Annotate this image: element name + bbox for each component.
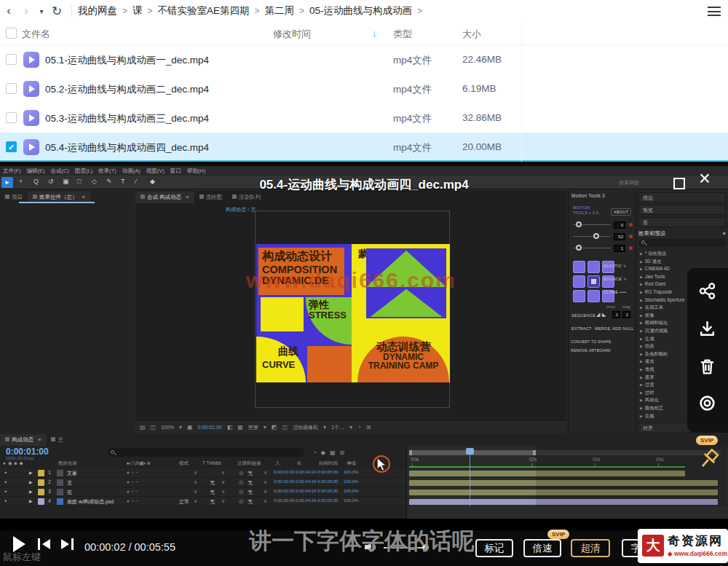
bounce-button[interactable]: BOUNCE ∿ xyxy=(604,277,627,281)
flowchart-icon[interactable]: ⊞ xyxy=(366,424,371,431)
remove-artboard-button[interactable]: REMOVE ARTBOARD xyxy=(571,348,611,353)
file-checkbox[interactable] xyxy=(6,83,17,94)
timeline-view-icons[interactable]: ◔◆▦⊞ xyxy=(313,449,349,456)
layer-expand-icon[interactable]: ▶ xyxy=(29,479,33,484)
timeline-column-header[interactable]: T TrkMat xyxy=(202,460,221,465)
mode-caret-icon[interactable]: ∨ xyxy=(194,489,197,495)
timeline-timecode[interactable]: 0:00:01:00 xyxy=(6,447,49,457)
expand-icon[interactable]: ▶ xyxy=(640,282,643,286)
timeline-jump-icon[interactable]: ◔ xyxy=(357,424,361,431)
layer-switches[interactable]: ♠ ∘ − xyxy=(127,470,138,476)
layer-visibility-icon[interactable]: ● xyxy=(4,498,7,503)
layer-in[interactable]: 0:00:00:00 xyxy=(274,489,294,493)
timeline-column-header[interactable]: 出 xyxy=(297,460,302,467)
mode-caret-icon[interactable]: ∨ xyxy=(194,498,197,504)
slider-knob[interactable] xyxy=(576,245,582,251)
breadcrumb-item[interactable]: 不错实验室AE第四期 xyxy=(158,4,250,17)
layer-expand-icon[interactable]: ▶ xyxy=(29,498,33,503)
panel-tab-2[interactable]: 预览 xyxy=(638,205,726,215)
expand-icon[interactable]: ▶ xyxy=(640,390,643,395)
apply-dot-button[interactable] xyxy=(629,235,633,238)
slider-knob[interactable] xyxy=(593,233,599,239)
mode-caret-icon[interactable]: ∨ xyxy=(194,479,197,485)
ae-menu-item[interactable]: 合成(C) xyxy=(51,168,69,175)
roi-icon[interactable]: ◩ xyxy=(272,424,277,431)
slider-value-input[interactable]: 1 xyxy=(614,245,625,252)
layer-duration[interactable]: 0:00:05:00 xyxy=(317,489,338,493)
expand-icon[interactable]: ▶ xyxy=(640,414,643,418)
timeline-column-header[interactable]: 伸缩 xyxy=(347,460,356,467)
timeline-tab[interactable]: 构成动态 ≡ xyxy=(0,434,46,446)
ae-menu-item[interactable]: 文件(F) xyxy=(3,168,21,175)
expand-icon[interactable]: ▶ xyxy=(640,259,643,264)
slider-knob[interactable] xyxy=(576,221,582,227)
maximize-button[interactable] xyxy=(673,178,685,189)
file-checkbox[interactable]: ✓ xyxy=(6,141,17,152)
transparency-grid-icon[interactable]: ◫ xyxy=(282,424,288,431)
layer-in[interactable]: 0:00:00:00 xyxy=(274,470,294,474)
mark-button[interactable]: 标记 xyxy=(475,539,513,557)
layer-parent[interactable]: 无 xyxy=(248,489,253,496)
file-checkbox[interactable] xyxy=(6,112,17,123)
marker-icon[interactable]: ◫ xyxy=(151,424,157,431)
panel-menu-icon[interactable]: ≡ xyxy=(184,194,189,200)
stair-icons[interactable]: ◢ ◣ xyxy=(596,312,606,318)
layer-row[interactable]: ●▶1文案♠ ∘ −∨∨◎无∨0:00:00:000:00:04:240:00:… xyxy=(0,468,406,478)
trkmat-caret-icon[interactable]: ∨ xyxy=(221,489,225,495)
layer-label-chip[interactable] xyxy=(38,479,44,486)
work-area-start-handle[interactable] xyxy=(409,450,412,455)
back-button[interactable]: ‹ xyxy=(0,4,17,18)
trkmat-caret-icon[interactable]: ∨ xyxy=(221,479,225,485)
snapshot-icon[interactable]: ◧ xyxy=(227,424,233,431)
layer-expand-icon[interactable]: ▶ xyxy=(29,489,33,494)
anchor-grid-cell[interactable] xyxy=(573,290,585,302)
viewer-tab[interactable]: 渲染队列 xyxy=(227,192,266,203)
layer-label-chip[interactable] xyxy=(38,489,44,495)
column-modified[interactable]: 修改时间 xyxy=(273,28,311,41)
timeline-column-header[interactable]: 图层名称 xyxy=(58,460,77,467)
layer-stretch[interactable]: 100.0% xyxy=(344,489,358,493)
expand-icon[interactable]: ▶ xyxy=(640,375,643,380)
trkmat-caret-icon[interactable]: ∨ xyxy=(221,470,225,476)
expand-icon[interactable]: ▶ xyxy=(640,290,643,294)
expand-icon[interactable]: ▶ xyxy=(640,267,643,271)
breadcrumb-item[interactable]: 05-运动曲线与构成动画 xyxy=(309,4,412,17)
elastic-button[interactable]: ELASTIC ∿ xyxy=(604,264,627,268)
camera-view-select[interactable]: 活动摄像机 xyxy=(293,424,318,431)
trkmat-caret-icon[interactable]: ∨ xyxy=(221,498,225,504)
layer-stretch[interactable]: 100.0% xyxy=(344,479,358,484)
timeline-search-input[interactable] xyxy=(108,448,304,457)
column-type[interactable]: 类型 xyxy=(393,28,412,41)
layer-in[interactable]: 0:00:00:00 xyxy=(274,498,294,503)
expand-icon[interactable]: ▶ xyxy=(640,337,643,341)
expand-icon[interactable]: ▶ xyxy=(640,398,643,402)
effects-category[interactable]: ▶* 动画预设 xyxy=(640,251,726,257)
timeline-column-header[interactable]: 入 xyxy=(275,460,280,467)
parent-pickwhip-icon[interactable]: ◎ xyxy=(239,489,243,495)
breadcrumb-item[interactable]: 我的网盘 xyxy=(78,4,117,17)
layer-row[interactable]: ●▶2左♠ ∘ −∨无∨◎无∨0:00:00:000:00:04:240:00:… xyxy=(0,478,406,487)
always-preview-icon[interactable]: ▤ xyxy=(140,424,146,431)
expand-icon[interactable]: ▶ xyxy=(640,305,643,310)
sequence-button[interactable]: SEQUENCE xyxy=(571,313,596,318)
parent-caret-icon[interactable]: ∨ xyxy=(264,479,267,485)
apply-dot-button[interactable] xyxy=(629,223,633,227)
layer-trkmat[interactable]: 无 xyxy=(210,479,215,487)
layer-visibility-icon[interactable]: ● xyxy=(4,489,7,493)
file-row[interactable]: 05.2-运动曲线与构成动画二_dec.mp4mp4文件6.19MB xyxy=(0,74,728,103)
add-null-button[interactable]: ADD NULL xyxy=(612,326,634,331)
menu-icon[interactable] xyxy=(708,7,721,16)
pin-icon[interactable] xyxy=(696,447,721,472)
mode-caret-icon[interactable]: ∨ xyxy=(194,470,197,476)
viewer-tab[interactable]: 流程图 xyxy=(194,192,228,203)
layer-label-chip[interactable] xyxy=(38,470,44,476)
layer-duration[interactable]: 0:00:05:00 xyxy=(317,498,338,503)
timeline-column-header[interactable]: 持续时间 xyxy=(319,460,338,467)
slider-value-input[interactable]: 52 xyxy=(614,233,625,240)
delete-icon[interactable] xyxy=(697,357,717,377)
layer-out[interactable]: 0:00:04:24 xyxy=(296,470,316,474)
layer-parent[interactable]: 无 xyxy=(248,470,253,477)
motion-tools-tab[interactable]: Motion Tools 3 xyxy=(571,193,605,198)
parent-pickwhip-icon[interactable]: ◎ xyxy=(239,479,243,485)
layer-trkmat[interactable]: 无 xyxy=(210,498,215,506)
